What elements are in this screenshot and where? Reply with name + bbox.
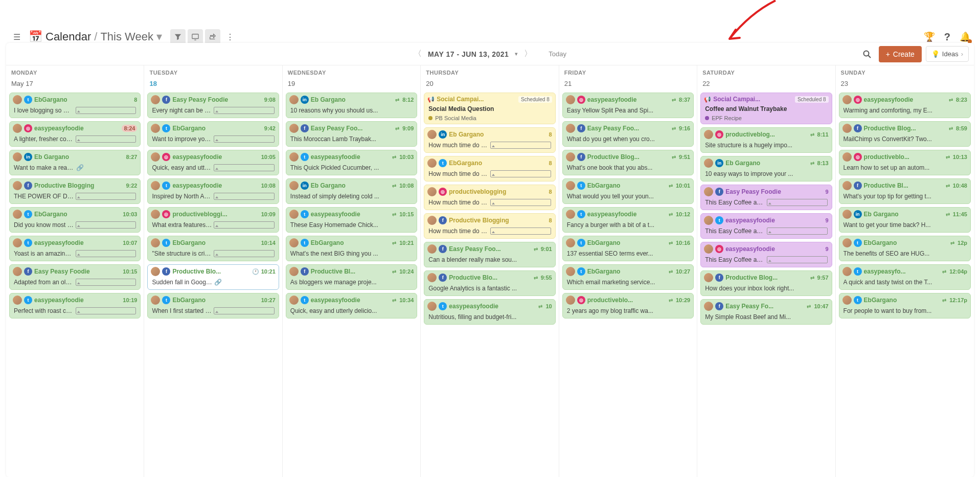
account-name: Easy Peasy Foodie bbox=[725, 188, 823, 195]
calendar-card[interactable]: inEb Gargano⇄10:08Instead of simply dele… bbox=[286, 178, 417, 204]
calendar-card[interactable]: ◎easypeasyfoodie10:05Quick, easy and utt… bbox=[147, 150, 279, 175]
calendar-card[interactable]: ◎productiveblo...⇄10:13Learn how to set … bbox=[839, 150, 971, 175]
calendar-card[interactable]: ◎easypeasyfoodie9This Easy Coffee and Wa… bbox=[700, 242, 832, 267]
card-text: 10 easy ways to improve your ... bbox=[705, 170, 827, 177]
date-range[interactable]: MAY 17 - JUN 13, 2021 bbox=[428, 50, 509, 58]
next-arrow-icon[interactable]: 〉 bbox=[524, 49, 532, 59]
card-text: What would you tell your youn... bbox=[567, 193, 689, 200]
trophy-icon[interactable]: 🏆 bbox=[924, 31, 935, 42]
calendar-card[interactable]: teasypeasyfoodie10:08Inspired by North A… bbox=[147, 178, 279, 204]
calendar-card[interactable]: tEbGargano⇄10:21What's the next BIG thin… bbox=[286, 236, 417, 261]
calendar-card[interactable]: 📢Social Campai...Scheduled 8Social Media… bbox=[424, 93, 555, 124]
calendar-card[interactable]: tEbGargano⇄12pThe benefits of SEO are HU… bbox=[839, 236, 971, 261]
calendar-card[interactable]: ◎easypeasyfoodie⇄8:23Warming and comfort… bbox=[839, 93, 971, 118]
calendar-card[interactable]: fEasy Peasy Foodie9:08Every night can be… bbox=[147, 93, 279, 118]
fb-icon: f bbox=[577, 124, 585, 132]
calendar-card[interactable]: teasypeasyfoodie⇄10:03This Quick Pickled… bbox=[286, 150, 417, 175]
calendar-card[interactable]: tEbGargano8I love blogging so much it n.… bbox=[9, 93, 141, 118]
calendar-card[interactable]: tEbGargano⇄12:17pFor people to want to b… bbox=[839, 293, 971, 319]
chevron-down-icon[interactable]: ▾ bbox=[156, 30, 162, 43]
card-text: This Easy Coffee and Waln... bbox=[705, 256, 765, 263]
calendar-card[interactable]: teasypeasyfoodie⇄10:15These Easy Homemad… bbox=[286, 207, 417, 233]
account-name: easypeasyfoodie bbox=[311, 297, 390, 304]
calendar-card[interactable]: tEbGargano10:03Did you know most blogger… bbox=[9, 207, 141, 233]
calendar-card[interactable]: tEbGargano⇄10:16137 essential SEO terms … bbox=[562, 236, 694, 261]
calendar-card[interactable]: teasypeasyfoodie10:07Yoast is an amazing… bbox=[9, 236, 141, 261]
search-icon[interactable] bbox=[859, 47, 875, 62]
calendar-card[interactable]: 📢Social Campai...Scheduled 8Coffee and W… bbox=[700, 93, 832, 124]
calendar-card[interactable]: ◎easypeasyfoodie8:24A lighter, fresher c… bbox=[9, 121, 141, 147]
prev-arrow-icon[interactable]: 〈 bbox=[414, 49, 422, 59]
calendar-card[interactable]: fProductive Blog...⇄8:59MailChimp vs Con… bbox=[839, 121, 971, 147]
share-icon[interactable] bbox=[205, 29, 220, 44]
calendar-card[interactable]: ◎productiveblo...⇄10:292 years ago my bl… bbox=[562, 293, 694, 319]
calendar-card[interactable]: fProductive Blog...⇄9:51What's one book … bbox=[562, 150, 694, 175]
breadcrumb-root[interactable]: Calendar bbox=[45, 30, 91, 43]
fb-icon: f bbox=[715, 274, 723, 282]
calendar-card[interactable]: fProductive Bl...⇄10:48What's your top t… bbox=[839, 178, 971, 204]
calendar-card[interactable]: ◎productivebloggi...10:09What extra feat… bbox=[147, 207, 279, 233]
avatar bbox=[427, 216, 437, 225]
calendar-card[interactable]: ◎productiveblogging8How much time do you… bbox=[424, 185, 555, 210]
calendar-card[interactable]: fEasy Peasy Foo...⇄9:01Can a blender rea… bbox=[424, 242, 555, 267]
card-text: Did you know most blogger... bbox=[14, 221, 74, 229]
calendar-card[interactable]: teasypeasyfoodie10:19Perfect with roast … bbox=[9, 293, 141, 319]
calendar-card[interactable]: inEb Gargano8:27Want to make a really gr… bbox=[9, 150, 141, 175]
calendar-card[interactable]: fProductive Blogging9:22THE POWER OF DEA… bbox=[9, 178, 141, 204]
display-icon[interactable] bbox=[188, 29, 203, 44]
calendar-card[interactable]: tEbGargano⇄10:27Which email marketing se… bbox=[562, 264, 694, 290]
filter-icon[interactable] bbox=[170, 29, 186, 44]
day-number: 18 bbox=[144, 80, 282, 90]
card-text: 10 reasons why you should us... bbox=[290, 107, 413, 114]
calendar-card[interactable]: teasypeasyfo...⇄12:04pA quick and tasty … bbox=[839, 264, 971, 290]
card-time: 9:16 bbox=[679, 125, 690, 131]
calendar-card[interactable]: fEasy Peasy Foodie9This Easy Coffee and … bbox=[700, 185, 832, 210]
calendar-card[interactable]: fProductive Blo...🕐10:21Sudden fall in G… bbox=[147, 264, 279, 290]
calendar-card[interactable]: tEbGargano9:42Want to improve your SEO, … bbox=[147, 121, 279, 147]
bell-icon[interactable]: 🔔 bbox=[960, 31, 971, 42]
calendar-card[interactable]: teasypeasyfoodie⇄10Nutritious, filling a… bbox=[424, 299, 555, 325]
avatar bbox=[566, 296, 575, 305]
ideas-button[interactable]: 💡Ideas› bbox=[926, 46, 969, 62]
calendar-card[interactable]: teasypeasyfoodie9This Easy Coffee and Wa… bbox=[700, 213, 832, 239]
calendar-card[interactable]: tEbGargano10:14"Site structure is critic… bbox=[147, 236, 279, 261]
today-button[interactable]: Today bbox=[549, 50, 566, 58]
calendar-card[interactable]: inEb Gargano⇄11:45Want to get your time … bbox=[839, 207, 971, 233]
calendar-card[interactable]: tEbGargano⇄10:01What would you tell your… bbox=[562, 178, 694, 204]
card-text: The benefits of SEO are HUG... bbox=[844, 250, 966, 257]
account-name: easypeasyfoodie bbox=[172, 153, 259, 161]
image-icon bbox=[76, 221, 136, 229]
calendar-card[interactable]: fProductive Bl...⇄10:24As bloggers we ma… bbox=[286, 264, 417, 290]
menu-icon[interactable]: ☰ bbox=[9, 29, 25, 44]
calendar-card[interactable]: fEasy Peasy Fo...⇄10:47My Simple Roast B… bbox=[700, 299, 832, 325]
shuffle-icon: ⇄ bbox=[392, 212, 396, 217]
calendar-card[interactable]: fProductive Blo...⇄9:55Google Analytics … bbox=[424, 270, 555, 296]
calendar-card[interactable]: ◎productiveblog...⇄8:11Site structure is… bbox=[700, 127, 832, 153]
calendar-card[interactable]: tEbGargano10:27When I first started my b… bbox=[147, 293, 279, 319]
avatar bbox=[566, 124, 575, 133]
chevron-down-icon[interactable]: ▾ bbox=[515, 51, 518, 57]
create-button[interactable]: +Create bbox=[879, 46, 922, 62]
calendar-card[interactable]: inEb Gargano8How much time do you usu... bbox=[424, 127, 555, 153]
calendar-card[interactable]: teasypeasyfoodie⇄10:12Fancy a burger wit… bbox=[562, 207, 694, 233]
breadcrumb-current[interactable]: This Week bbox=[100, 30, 153, 43]
ld-icon: in bbox=[715, 159, 723, 167]
calendar-card[interactable]: fEasy Peasy Foo...⇄9:16What do you get w… bbox=[562, 121, 694, 147]
calendar-card[interactable]: teasypeasyfoodie⇄10:34Quick, easy and ut… bbox=[286, 293, 417, 319]
card-text: A lighter, fresher coleslaw...... bbox=[14, 135, 74, 143]
avatar bbox=[13, 95, 22, 104]
tw-icon: t bbox=[577, 239, 585, 247]
calendar-card[interactable]: fEasy Peasy Foodie10:15Adapted from an o… bbox=[9, 264, 141, 290]
more-icon[interactable]: ⋮ bbox=[222, 29, 238, 44]
calendar-card[interactable]: fProductive Blog...⇄9:57How does your in… bbox=[700, 270, 832, 296]
card-list: ◎easypeasyfoodie⇄8:23Warming and comfort… bbox=[836, 90, 974, 324]
calendar-card[interactable]: inEb Gargano⇄8:1210 reasons why you shou… bbox=[286, 93, 417, 118]
calendar-card[interactable]: inEb Gargano⇄8:1310 easy ways to improve… bbox=[700, 156, 832, 181]
calendar-card[interactable]: fEasy Peasy Foo...⇄9:09This Moroccan Lam… bbox=[286, 121, 417, 147]
calendar-card[interactable]: fProductive Blogging8How much time do yo… bbox=[424, 213, 555, 239]
calendar-card[interactable]: ◎easypeasyfoodie⇄8:37Easy Yellow Split P… bbox=[562, 93, 694, 118]
shuffle-icon: ⇄ bbox=[392, 269, 396, 275]
calendar-card[interactable]: tEbGargano8How much time do you usu... bbox=[424, 156, 555, 181]
help-icon[interactable]: ? bbox=[944, 31, 950, 43]
tw-icon: t bbox=[301, 296, 309, 304]
